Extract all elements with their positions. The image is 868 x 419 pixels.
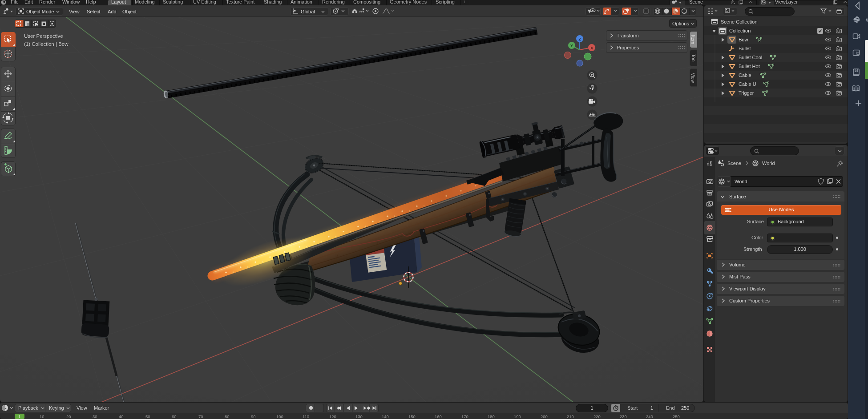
- svg-text:Y: Y: [570, 44, 573, 48]
- svg-text:Bullet: Bullet: [739, 46, 751, 51]
- svg-text:Bow: Bow: [739, 37, 748, 42]
- svg-text:World: World: [762, 161, 775, 166]
- svg-text:W: W: [866, 17, 868, 23]
- svg-text:Bullet Cool: Bullet Cool: [739, 55, 762, 60]
- svg-text:Scene Collection: Scene Collection: [721, 19, 758, 24]
- svg-text:Scene: Scene: [727, 161, 741, 166]
- svg-text:Cable U: Cable U: [739, 81, 756, 87]
- svg-text:Z: Z: [578, 37, 581, 41]
- svg-text:X: X: [590, 46, 593, 50]
- svg-text:Bullet Hot: Bullet Hot: [739, 64, 760, 69]
- svg-text:Collection: Collection: [729, 28, 751, 33]
- svg-text:Trigger: Trigger: [739, 90, 754, 96]
- svg-text:Cable: Cable: [739, 73, 751, 78]
